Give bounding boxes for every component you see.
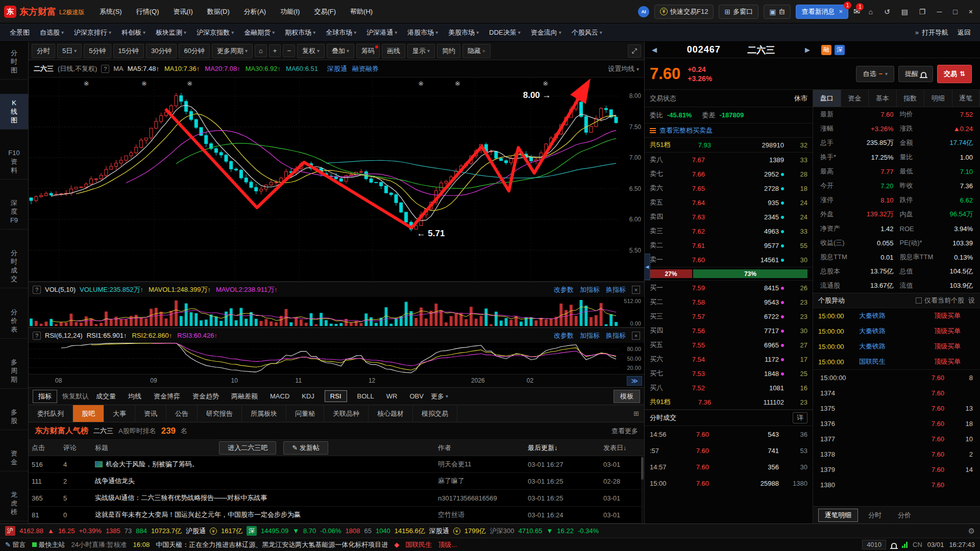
nav-item-panorama[interactable]: 全景图 [5, 23, 34, 42]
nav-item[interactable]: 港股市场▾ [403, 23, 443, 42]
post-author[interactable]: n301713566816569 [435, 494, 525, 502]
post-author[interactable]: 空竹丝语 [435, 510, 525, 519]
panel-tab[interactable]: 核心题材 [369, 405, 413, 422]
post-title[interactable]: 这就是百年未有之大变局！国运兴起之元年，中国股市一定会步步为赢 [92, 510, 435, 519]
indicator-tab[interactable]: KDJ [300, 391, 316, 402]
nav-more-button[interactable]: » [912, 29, 922, 36]
home-icon[interactable]: ⌂ [865, 7, 875, 17]
watchlist-button[interactable]: 自选−▾ [856, 66, 894, 82]
pane-action-link[interactable]: 加指标 [580, 285, 600, 294]
gear-icon[interactable]: ⚙ [968, 527, 975, 536]
ai-assistant-icon[interactable]: AI [638, 6, 649, 17]
mover-stock-link[interactable]: 国联民生 [859, 357, 934, 366]
sidebar-item[interactable]: 龙虎榜 [0, 486, 28, 521]
sidebar-item[interactable]: F10资料 [0, 144, 28, 180]
axis-expand-button[interactable]: ≫ [627, 376, 642, 386]
mover-row[interactable]: 15:00:00国联民生顶级买单 [813, 354, 980, 369]
orderbook-bid-row[interactable]: 买二7.58954323 [645, 295, 813, 309]
nav-item[interactable]: 资金流向▾ [526, 23, 566, 42]
checkbox-icon[interactable] [916, 297, 922, 304]
help-icon[interactable]: ? [33, 332, 41, 340]
mover-row[interactable]: 15:00:00大秦铁路顶级买单 [813, 339, 980, 354]
nav-item[interactable]: 沪深京排行▾ [69, 23, 116, 42]
nav-item[interactable]: 自选股▾ [35, 23, 68, 42]
input-language[interactable]: CN [913, 541, 922, 548]
panel-tab[interactable]: 研究报告 [198, 405, 242, 422]
volume-chart[interactable]: 512.000.00 [29, 297, 644, 328]
nav-item[interactable]: 个股风云▾ [567, 23, 607, 42]
post-author[interactable]: 麻了嘛了 [435, 477, 525, 486]
post-title[interactable]: 实战级AI通信：二六三独有优势战略报告——对标中东战事 [92, 493, 435, 503]
sz-connect-link[interactable]: 深股通 [429, 527, 449, 536]
indicator-tab[interactable]: WR [384, 391, 400, 402]
tool-button[interactable]: 隐藏» [462, 44, 491, 58]
col-comments[interactable]: 评论 [60, 443, 92, 453]
menu-item[interactable]: 交易(F) [308, 4, 342, 19]
orderbook-ask-row[interactable]: 卖六7.65272818 [645, 181, 813, 195]
panel-tab[interactable]: 关联品种 [324, 405, 369, 422]
restore-layout-icon[interactable]: ❐ [916, 7, 929, 17]
menu-item[interactable]: 行情(Q) [130, 4, 165, 19]
enter-forum-button[interactable]: 进入二六三吧 [219, 441, 276, 455]
mover-stock-link[interactable]: 大秦铁路 [859, 342, 934, 351]
tool-button[interactable]: 叠加▾ [327, 44, 354, 58]
detail-button[interactable]: 详 [793, 412, 807, 423]
full-orderbook-link[interactable]: 查看完整档买卖盘 [645, 123, 813, 138]
tool-button[interactable]: 画线 [382, 44, 405, 58]
mover-row[interactable]: 15:00:00大秦铁路顶级买单 [813, 308, 980, 323]
notification-bell-icon[interactable] [891, 543, 897, 548]
reset-default-button[interactable]: 恢复默认 [62, 392, 89, 401]
nav-item[interactable]: DDE决策▾ [484, 23, 525, 42]
new-post-button[interactable]: ✎ 发新帖 [283, 441, 328, 455]
stock-flag-link[interactable]: 深股通 [327, 65, 347, 72]
period-tab[interactable]: 60分钟 [179, 44, 209, 58]
detail-tab[interactable]: 分价 [892, 509, 917, 521]
col-clicks[interactable]: 点击 [29, 443, 60, 453]
orderbook-bid-row[interactable]: 买七7.53184825 [645, 366, 813, 381]
pane-action-link[interactable]: 加指标 [580, 331, 600, 340]
orderbook-ask-row[interactable]: 卖八7.67138933 [645, 153, 813, 167]
pane-action-link[interactable]: 换指标 [606, 331, 626, 340]
post-title[interactable]: 战争通信龙头 [92, 477, 435, 486]
alert-stock[interactable]: 国联民生 [405, 540, 432, 549]
minimize-button[interactable]: ─ [934, 7, 945, 17]
next-stock-button[interactable]: ▶ [802, 46, 813, 54]
tool-button[interactable]: 筹码 [356, 44, 380, 58]
menu-item[interactable]: 帮助(H) [344, 4, 379, 19]
col-updated[interactable]: 最后更新↓ [525, 443, 600, 453]
pane-action-link[interactable]: 改参数 [554, 331, 574, 340]
nav-item[interactable]: 科创板▾ [117, 23, 150, 42]
pane-action-link[interactable]: 换指标 [606, 285, 626, 294]
panel-tab[interactable]: 公告 [166, 405, 198, 422]
detail-tab[interactable]: 逐笔明细 [818, 509, 858, 522]
close-icon[interactable]: × [632, 332, 640, 340]
nav-item[interactable]: 全球市场▾ [321, 23, 361, 42]
menu-item[interactable]: 功能(I) [274, 4, 306, 19]
indicator-tab[interactable]: BOLL [355, 391, 376, 402]
sh-connect-link[interactable]: 沪股通 [186, 527, 206, 536]
ma-settings-button[interactable]: 设置均线 ▾ [608, 64, 639, 73]
hs300-tag[interactable]: 沪深300 [490, 527, 514, 536]
more-indicators-button[interactable]: 更多▾ [431, 392, 448, 401]
orderbook-bid-row[interactable]: 买一7.59841526 [645, 281, 813, 295]
latency-value[interactable]: 4010 [862, 540, 886, 549]
message-link[interactable]: ✎ 留言 [5, 540, 26, 549]
post-title[interactable]: 机会大于风险，别被骗了筹码。 [92, 460, 435, 469]
close-button[interactable]: × [966, 7, 976, 17]
view-more-link[interactable]: 查看更多 [611, 427, 638, 436]
mail-icon[interactable]: ✉1 [853, 7, 860, 16]
prev-stock-button[interactable]: ◀ [649, 46, 660, 54]
maximize-button[interactable]: □ [950, 7, 960, 17]
undo-icon[interactable]: ↺ [881, 7, 893, 17]
quote-tab[interactable]: 指数 [897, 90, 925, 107]
alert-button[interactable]: 提醒 [898, 66, 933, 82]
zoom-out-button[interactable]: − [283, 44, 295, 57]
col-date[interactable]: 发表日↓ [600, 443, 644, 453]
panel-tab[interactable]: 问董秘 [286, 405, 324, 422]
panel-tab[interactable]: 资讯 [135, 405, 166, 422]
col-author[interactable]: 作者 [435, 443, 525, 453]
kline-chart[interactable]: 8.007.507.006.506.005.50※※※※※※8.00 →← 5.… [29, 78, 644, 282]
stock-flag-link[interactable]: 融资融券 [352, 65, 379, 72]
mover-stock-link[interactable]: 大秦铁路 [859, 327, 934, 336]
nav-item[interactable]: 金融期货▾ [239, 23, 279, 42]
